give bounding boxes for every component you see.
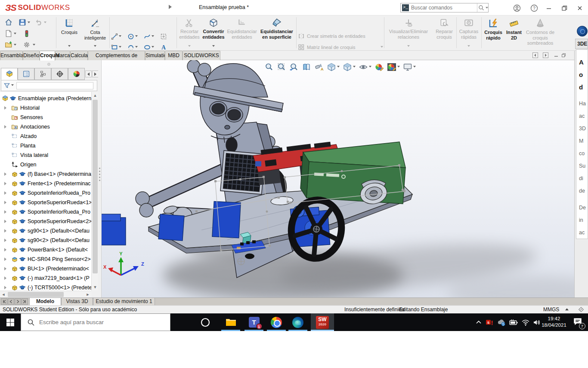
- tree-item-sg90-2[interactable]: sg90<2> (Default<<Defau: [0, 236, 91, 245]
- circle-tool[interactable]: [127, 32, 142, 41]
- options-dropdown[interactable]: [33, 44, 35, 47]
- help-icon[interactable]: ?: [529, 3, 539, 13]
- selection-rectangle-tool[interactable]: [160, 32, 175, 41]
- tree-item-origen[interactable]: Origen: [0, 160, 91, 169]
- doc-window-previous-icon[interactable]: [532, 52, 538, 58]
- tree-item-soporte-inferior-1[interactable]: SoporteInferiorRueda_Pro: [0, 188, 91, 198]
- command-search-input[interactable]: [411, 5, 477, 11]
- line-tool[interactable]: [111, 32, 126, 41]
- file-explorer-icon[interactable]: [220, 313, 241, 331]
- view-settings-icon[interactable]: [403, 62, 416, 72]
- tab-solidworks-cam[interactable]: SOLIDWORKS CAM: [183, 51, 220, 60]
- units-dropdown-icon[interactable]: [565, 307, 569, 310]
- graphics-viewport[interactable]: Y Z X: [98, 60, 574, 297]
- tab-modelo[interactable]: Modelo: [29, 298, 61, 306]
- doc-window-minimize-icon[interactable]: [553, 52, 559, 58]
- start-button[interactable]: [0, 313, 21, 331]
- tree-vertical-scrollbar[interactable]: ▲ ▼: [91, 92, 98, 291]
- taskbar-search-input[interactable]: [39, 319, 170, 325]
- minimize-button[interactable]: [544, 3, 554, 13]
- tree-item-max7219[interactable]: (-) max7219_board<1> (P: [0, 273, 91, 283]
- sketch-button[interactable]: Croquis: [58, 16, 81, 50]
- panel-splitter[interactable]: [98, 60, 102, 297]
- tree-item-soporte-superior-2[interactable]: SoporteSuperiorRueda<2>: [0, 217, 91, 226]
- teams-icon[interactable]: T1: [244, 313, 264, 331]
- taskbar-search[interactable]: [21, 313, 170, 331]
- tree-item-soporte-inferior-2[interactable]: SoporteInferiorRueda_Pro: [0, 207, 91, 217]
- apply-scene-icon[interactable]: [387, 62, 400, 72]
- tree-item-anotaciones[interactable]: Anotaciones: [0, 122, 91, 132]
- save-dropdown[interactable]: [28, 21, 30, 25]
- tab-simulation[interactable]: Simulation: [145, 51, 165, 60]
- cortana-icon[interactable]: [195, 313, 216, 331]
- zoom-previous-icon[interactable]: [289, 62, 299, 72]
- next-tab-icon[interactable]: [15, 298, 21, 305]
- panel-resize-grip[interactable]: [47, 63, 50, 66]
- tree-root-assembly[interactable]: Ensamblaje prueba (Predetern: [0, 94, 91, 103]
- restore-button[interactable]: [560, 3, 569, 13]
- tag-icon[interactable]: [578, 306, 585, 313]
- new-document-button[interactable]: [4, 29, 13, 38]
- shaded-sketch-contours-button[interactable]: Contornos de croquis sombreados: [523, 16, 557, 50]
- assembly-model-3d[interactable]: Y Z X: [98, 60, 574, 297]
- options-button[interactable]: [22, 40, 31, 49]
- undo-button[interactable]: [34, 18, 43, 27]
- tab-vistas-3d[interactable]: Vistas 3D: [61, 298, 93, 306]
- tree-item-sensores[interactable]: Sensores: [0, 113, 91, 122]
- filter-funnel-icon[interactable]: [3, 82, 10, 89]
- search-magnifier-icon[interactable]: [477, 3, 488, 12]
- zoom-area-icon[interactable]: [277, 62, 286, 72]
- tab-diseno[interactable]: Diseño: [23, 51, 40, 60]
- display-delete-relations-button[interactable]: Visualizar/Eliminar relaciones: [386, 16, 431, 50]
- offset-on-surface-button[interactable]: Equidistanciar en superficie: [258, 16, 295, 50]
- tab-feature-manager[interactable]: [1, 68, 18, 80]
- 3dexperience-icon[interactable]: [577, 26, 588, 37]
- linear-sketch-pattern-button[interactable]: Matriz lineal de croquis: [298, 43, 383, 52]
- tree-item-soporte-superior-1[interactable]: SoporteSuperiorRueda<1>: [0, 198, 91, 207]
- chrome-icon[interactable]: [266, 313, 287, 331]
- repair-sketch-button[interactable]: Reparar croquis: [432, 16, 456, 50]
- scroll-down-icon[interactable]: ▼: [92, 284, 99, 291]
- open-button[interactable]: [4, 40, 13, 49]
- tree-item-base[interactable]: (f) Base<1> (Predetermina: [0, 169, 91, 179]
- tab-configuration-manager[interactable]: [34, 68, 51, 80]
- display-style-icon[interactable]: [343, 62, 356, 72]
- doc-window-restore-icon[interactable]: [561, 52, 566, 58]
- tree-item-sg90-1[interactable]: sg90<1> (Default<<Defau: [0, 226, 91, 236]
- network-wifi-icon[interactable]: [520, 313, 531, 331]
- first-tab-icon[interactable]: [1, 298, 7, 305]
- zoom-fit-icon[interactable]: [264, 62, 274, 72]
- task-pane-tab-3dexperience[interactable]: 3DE: [575, 39, 588, 49]
- tree-item-planta[interactable]: Planta: [0, 141, 91, 150]
- tree-item-historial[interactable]: Historial: [0, 103, 91, 113]
- tree-item-hcsr04[interactable]: HC-SR04 Ping Sensor<2>: [0, 255, 91, 264]
- tree-filter-input[interactable]: [16, 82, 93, 89]
- save-button[interactable]: [18, 18, 27, 27]
- mirror-entities-button[interactable]: Crear simetría de entidades: [298, 32, 383, 40]
- quick-snaps-button[interactable]: Capturas rápidas: [457, 16, 480, 50]
- tab-dimxpert-manager[interactable]: [51, 68, 68, 80]
- solidworks-monitor-tray-icon[interactable]: [484, 313, 495, 331]
- offset-entities-button[interactable]: Equidistanciar entidades: [226, 16, 257, 50]
- notification-center-icon[interactable]: 7: [573, 317, 585, 328]
- tab-estudio-movimiento[interactable]: Estudio de movimiento 1: [93, 298, 155, 306]
- smart-dimension-button[interactable]: Cota inteligente: [82, 16, 108, 50]
- scroll-left-icon[interactable]: ◄: [0, 291, 7, 298]
- tree-item-frente[interactable]: Frente<1> (Predeterminac: [0, 179, 91, 188]
- tree-item-alzado[interactable]: Alzado: [0, 132, 91, 141]
- doc-window-next-icon[interactable]: [543, 52, 548, 58]
- spline-tool[interactable]: [144, 32, 158, 41]
- hide-show-items-icon[interactable]: [359, 62, 371, 72]
- tab-complementos[interactable]: Complementos de SOLIDWORKS: [88, 51, 145, 60]
- tab-property-manager[interactable]: [18, 68, 34, 80]
- tab-croquis[interactable]: Croquis: [40, 51, 55, 61]
- tab-display-manager[interactable]: [68, 68, 85, 80]
- panel-tabs-scroll-right-icon[interactable]: [92, 71, 99, 77]
- trim-entities-button[interactable]: Recortar entidades: [178, 16, 201, 50]
- last-tab-icon[interactable]: [22, 298, 28, 305]
- tree-horizontal-scrollbar[interactable]: ◄ ►: [0, 291, 91, 297]
- tree-item-tcrt5000[interactable]: (-) TCRT5000<1> (Predete: [0, 283, 91, 291]
- scroll-right-icon[interactable]: ►: [84, 291, 91, 298]
- clock[interactable]: 19:42 18/04/2021: [537, 316, 571, 328]
- undo-dropdown[interactable]: [44, 21, 46, 25]
